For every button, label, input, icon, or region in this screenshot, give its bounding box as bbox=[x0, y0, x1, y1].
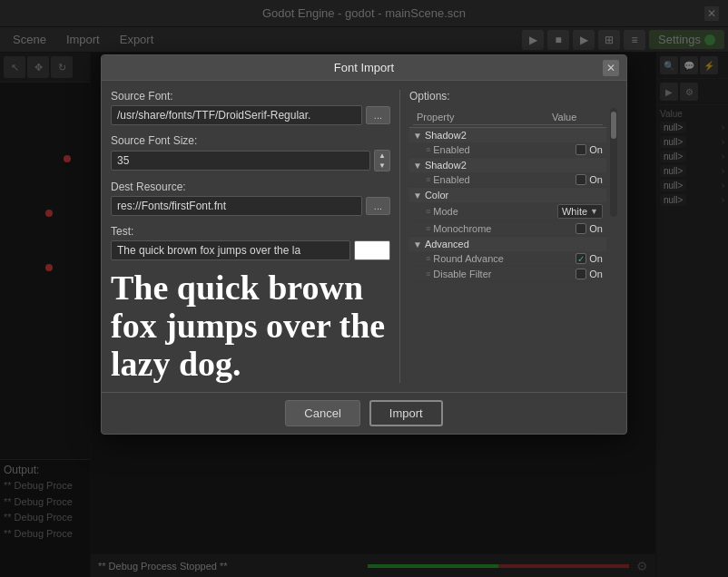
dialog-footer: Cancel Import bbox=[102, 392, 626, 434]
shadow2-enabled-label: Enabled bbox=[433, 144, 469, 155]
color-mode-prop: ≡ Mode bbox=[426, 206, 557, 217]
monochrome-text: On bbox=[589, 223, 603, 234]
source-font-row: ... bbox=[111, 105, 390, 125]
source-font-size-group: Source Font Size: ▲ ▼ bbox=[111, 134, 390, 171]
monochrome-checkbox[interactable] bbox=[576, 223, 586, 234]
modal-overlay: Font Import ✕ Source Font: ... Source Fo… bbox=[0, 0, 728, 577]
section-shadow2b-label: Shadow2 bbox=[425, 160, 467, 171]
shadow2b-enabled-row: ≡ Enabled On bbox=[409, 172, 606, 188]
spin-down-button[interactable]: ▼ bbox=[375, 161, 389, 171]
section-shadow2-header: ▼ Shadow2 bbox=[409, 128, 606, 142]
shadow2b-enabled-label: Enabled bbox=[433, 174, 469, 185]
section-advanced-label: Advanced bbox=[425, 239, 469, 249]
round-advance-val: ✓ On bbox=[576, 253, 603, 264]
prop-icon-ra: ≡ bbox=[426, 254, 430, 263]
cancel-button[interactable]: Cancel bbox=[285, 400, 359, 426]
monochrome-label: Monochrome bbox=[433, 223, 491, 234]
prop-icon-mono: ≡ bbox=[426, 224, 430, 233]
test-input[interactable] bbox=[111, 240, 350, 260]
disable-filter-val: On bbox=[576, 269, 603, 279]
round-advance-row: ≡ Round Advance ✓ On bbox=[409, 251, 606, 267]
disable-filter-text: On bbox=[589, 269, 603, 279]
disable-filter-label: Disable Filter bbox=[433, 269, 491, 279]
shadow2-enabled-prop: ≡ Enabled bbox=[426, 144, 576, 155]
round-advance-prop: ≡ Round Advance bbox=[426, 253, 576, 264]
prop-icon-mode: ≡ bbox=[426, 207, 430, 216]
monochrome-row: ≡ Monochrome On bbox=[409, 221, 606, 237]
test-group: Test: bbox=[111, 225, 390, 260]
round-advance-checkbox[interactable]: ✓ bbox=[576, 253, 586, 264]
section-shadow2-label: Shadow2 bbox=[425, 130, 467, 141]
options-header-row: Property Value bbox=[409, 108, 606, 128]
dialog-body: Source Font: ... Source Font Size: ▲ ▼ bbox=[102, 81, 626, 392]
checkmark-icon: ✓ bbox=[577, 254, 585, 264]
source-font-group: Source Font: ... bbox=[111, 90, 390, 125]
section-color-header: ▼ Color bbox=[409, 188, 606, 202]
shadow2b-enabled-val: On bbox=[576, 174, 603, 185]
spin-up-button[interactable]: ▲ bbox=[375, 151, 389, 161]
shadow2b-enabled-prop: ≡ Enabled bbox=[426, 174, 576, 185]
font-size-spinner[interactable]: ▲ ▼ bbox=[374, 150, 390, 171]
color-mode-text: White bbox=[562, 206, 587, 217]
disable-filter-checkbox[interactable] bbox=[576, 269, 586, 279]
dest-resource-input[interactable] bbox=[111, 196, 362, 216]
shadow2-enabled-text: On bbox=[589, 144, 603, 155]
dialog-options: Options: Property Value ▼ Shadow2 bbox=[399, 90, 617, 383]
color-mode-val: White ▼ bbox=[557, 204, 603, 219]
shadow2-arrow: ▼ bbox=[413, 131, 422, 141]
dropdown-arrow: ▼ bbox=[590, 207, 598, 216]
shadow2-enabled-checkbox[interactable] bbox=[576, 144, 586, 155]
shadow2b-enabled-text: On bbox=[589, 174, 603, 185]
monochrome-prop: ≡ Monochrome bbox=[426, 223, 576, 234]
test-row bbox=[111, 240, 390, 260]
source-font-size-row: ▲ ▼ bbox=[111, 150, 390, 171]
source-font-size-label: Source Font Size: bbox=[111, 134, 390, 147]
color-mode-label: Mode bbox=[433, 206, 458, 217]
source-font-label: Source Font: bbox=[111, 90, 390, 103]
disable-filter-prop: ≡ Disable Filter bbox=[426, 269, 576, 279]
shadow2b-arrow: ▼ bbox=[413, 161, 422, 171]
dest-resource-row: ... bbox=[111, 196, 390, 216]
prop-icon: ≡ bbox=[426, 145, 430, 154]
source-font-size-input[interactable] bbox=[111, 151, 370, 171]
shadow2b-enabled-checkbox[interactable] bbox=[576, 174, 586, 185]
source-font-browse[interactable]: ... bbox=[366, 106, 390, 124]
source-font-input[interactable] bbox=[111, 105, 362, 125]
shadow2-enabled-row: ≡ Enabled On bbox=[409, 142, 606, 158]
font-import-dialog: Font Import ✕ Source Font: ... Source Fo… bbox=[101, 54, 627, 435]
dialog-form: Source Font: ... Source Font Size: ▲ ▼ bbox=[111, 90, 390, 383]
section-color-label: Color bbox=[425, 190, 448, 200]
dialog-title: Font Import bbox=[334, 61, 394, 74]
color-mode-row: ≡ Mode White ▼ bbox=[409, 202, 606, 221]
shadow2-enabled-val: On bbox=[576, 144, 603, 155]
advanced-arrow: ▼ bbox=[413, 240, 422, 249]
dest-resource-group: Dest Resource: ... bbox=[111, 181, 390, 216]
section-shadow2b-header: ▼ Shadow2 bbox=[409, 158, 606, 172]
options-table-container: Property Value ▼ Shadow2 ≡ Enabled bbox=[409, 108, 606, 282]
section-advanced-header: ▼ Advanced bbox=[409, 237, 606, 251]
options-scrollbar[interactable] bbox=[610, 108, 617, 217]
monochrome-val: On bbox=[576, 223, 603, 234]
disable-filter-row: ≡ Disable Filter On bbox=[409, 267, 606, 282]
dialog-close-button[interactable]: ✕ bbox=[603, 60, 619, 76]
color-arrow: ▼ bbox=[413, 191, 422, 200]
test-color-swatch[interactable] bbox=[354, 240, 390, 260]
prop-icon-df: ≡ bbox=[426, 269, 430, 279]
round-advance-text: On bbox=[589, 253, 603, 264]
options-title: Options: bbox=[409, 90, 617, 103]
options-header-property: Property bbox=[413, 110, 548, 125]
color-mode-dropdown[interactable]: White ▼ bbox=[557, 204, 603, 219]
dialog-title-bar: Font Import ✕ bbox=[102, 55, 626, 81]
prop-icon-b: ≡ bbox=[426, 175, 430, 184]
dest-resource-browse[interactable]: ... bbox=[366, 197, 390, 215]
options-container: Property Value ▼ Shadow2 ≡ Enabled bbox=[409, 108, 617, 282]
scrollbar-thumb bbox=[611, 112, 616, 139]
options-header-value: Value bbox=[548, 110, 603, 125]
round-advance-label: Round Advance bbox=[433, 253, 504, 264]
test-label: Test: bbox=[111, 225, 390, 238]
import-button[interactable]: Import bbox=[369, 400, 443, 426]
preview-text: The quick brown fox jumps over the lazy … bbox=[111, 269, 390, 383]
dest-resource-label: Dest Resource: bbox=[111, 181, 390, 193]
